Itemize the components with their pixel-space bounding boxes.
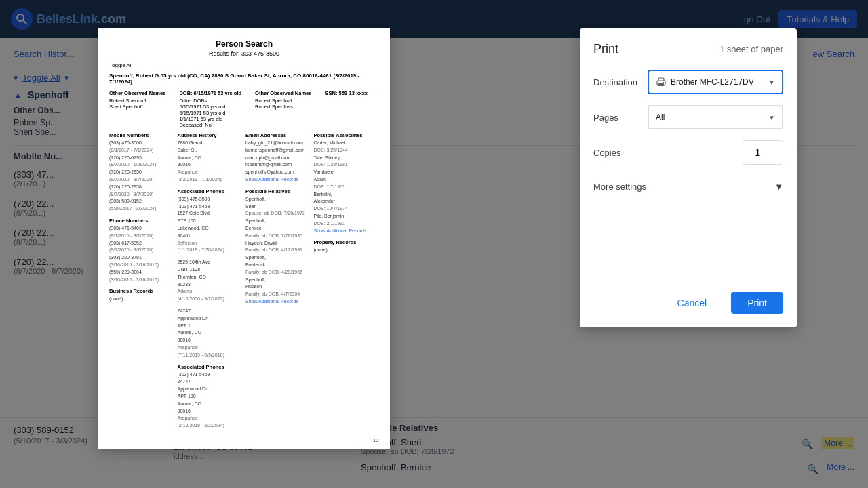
destination-row: Destination Brother MFC-L2717DV ▼ [593, 70, 783, 94]
doc-observed-names: Other Observed Names Robert Spenhoff She… [109, 90, 379, 128]
svg-rect-3 [658, 83, 664, 86]
more-settings-label: More settings [593, 182, 646, 192]
more-settings-chevron-icon: ▼ [774, 182, 783, 192]
copies-label: Copies [593, 148, 648, 158]
destination-chevron-icon: ▼ [768, 79, 775, 86]
pages-value: All [656, 113, 665, 122]
doc-preview-subtitle: Results for: 303-475-3500 [109, 50, 379, 57]
doc-page-number: 12 [373, 437, 379, 443]
destination-value: Brother MFC-L2717DV [671, 77, 754, 87]
copies-input[interactable] [743, 140, 783, 165]
destination-label: Destination [593, 77, 648, 87]
pages-row: Pages All ▼ [593, 105, 783, 129]
print-dialog-actions: Cancel Print [593, 292, 783, 314]
destination-select[interactable]: Brother MFC-L2717DV ▼ [648, 70, 783, 94]
pages-label: Pages [593, 113, 648, 123]
print-dialog-title: Print [593, 42, 618, 56]
svg-point-4 [663, 82, 665, 83]
doc-person-header: Spenhoff, Robert G 55 yrs old (CO, CA) 7… [109, 73, 379, 87]
more-settings-row[interactable]: More settings ▼ [593, 176, 783, 197]
pages-select[interactable]: All ▼ [648, 105, 783, 129]
copies-row: Copies [593, 140, 783, 165]
doc-preview-title: Person Search [109, 39, 379, 49]
document-preview: Person Search Results for: 303-475-3500 … [98, 28, 390, 449]
print-sheets-count: 1 sheet of paper [719, 44, 783, 54]
doc-toggle-all: Toggle All [109, 62, 379, 68]
doc-data-grid: Mobile Numbers (303) 475-3500 (2/1/2017 … [109, 132, 379, 430]
pages-chevron-icon: ▼ [768, 114, 775, 121]
print-dialog: Print 1 sheet of paper Destination Broth… [580, 28, 797, 327]
print-button[interactable]: Print [731, 292, 783, 314]
cancel-button[interactable]: Cancel [661, 292, 724, 314]
print-dialog-header: Print 1 sheet of paper [593, 42, 783, 56]
